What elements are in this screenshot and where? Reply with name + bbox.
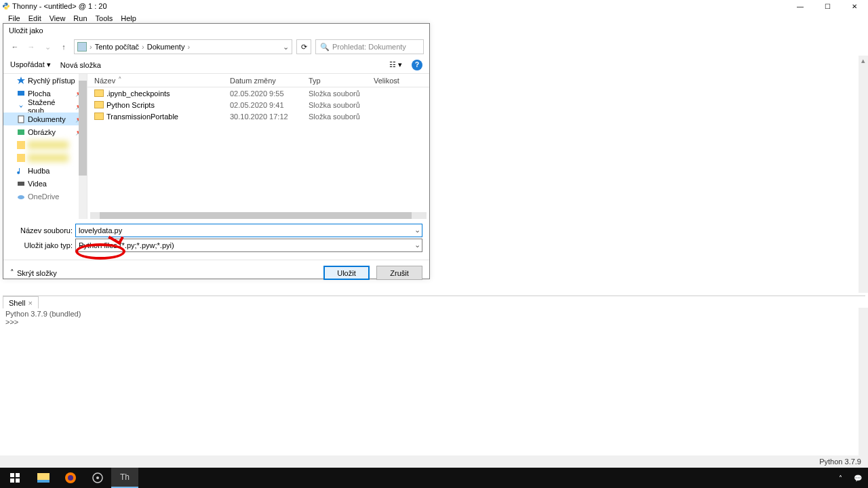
nav-documents[interactable]: Dokumenty 📌 <box>3 113 87 125</box>
shell-prompt: >>> <box>5 318 863 326</box>
svg-rect-8 <box>16 479 20 483</box>
forward-button[interactable]: → <box>25 41 37 53</box>
taskbar-thonny[interactable]: Th <box>111 468 138 488</box>
pc-icon <box>77 42 87 52</box>
firefox-icon <box>64 472 77 484</box>
folder-icon <box>94 89 104 97</box>
help-icon[interactable]: ? <box>412 60 422 70</box>
start-button[interactable] <box>0 468 30 488</box>
cloud-icon <box>17 192 25 201</box>
editor-scrollbar[interactable]: ▴ <box>859 56 868 293</box>
thonny-icon: Th <box>120 472 130 482</box>
dialog-fields: Název souboru: lovelydata.py ⌄ Uložit ja… <box>3 219 429 257</box>
svg-rect-1 <box>18 116 24 123</box>
nav-videos[interactable]: Videa <box>3 177 87 190</box>
menu-edit[interactable]: Edit <box>24 14 45 22</box>
nav-onedrive[interactable]: OneDrive <box>3 190 87 203</box>
view-mode-dropdown[interactable]: ☷ ▾ <box>389 60 402 69</box>
menu-view[interactable]: View <box>45 14 70 22</box>
taskbar: Th ˄ 💬 <box>0 468 868 488</box>
svg-point-4 <box>18 195 24 199</box>
download-icon <box>17 102 25 110</box>
folder-icon <box>17 154 25 162</box>
close-button[interactable]: ✕ <box>841 0 868 12</box>
up-button[interactable]: ↑ <box>58 41 70 53</box>
window-title: Thonny - <untitled> @ 1 : 20 <box>12 2 865 10</box>
col-name[interactable]: Název ˄ <box>87 76 230 85</box>
music-icon <box>17 167 25 175</box>
shell-output[interactable]: Python 3.7.9 (bundled) >>> <box>3 308 865 327</box>
svg-rect-3 <box>18 182 24 186</box>
dialog-nav: ← → ⌄ ↑ › Tento počítač › Dokumenty › ⌄ … <box>3 37 429 56</box>
svg-point-14 <box>96 476 99 479</box>
python-icon <box>3 3 9 9</box>
obs-icon <box>92 472 104 484</box>
search-input[interactable]: 🔍 Prohledat: Dokumenty <box>315 39 424 54</box>
menu-tools[interactable]: Tools <box>92 14 117 22</box>
shell-panel: Shell × Python 3.7.9 (bundled) >>> <box>3 296 865 465</box>
menu-file[interactable]: File <box>4 14 24 22</box>
nav-scrollbar[interactable] <box>79 74 87 219</box>
titlebar: Thonny - <untitled> @ 1 : 20 <box>0 0 868 12</box>
cancel-button[interactable]: Zrušit <box>376 266 422 280</box>
video-icon <box>17 180 25 188</box>
maximize-button[interactable]: ☐ <box>814 0 841 12</box>
save-button[interactable]: Uložit <box>323 266 370 280</box>
breadcrumb-dropdown-icon[interactable]: ⌄ <box>283 43 289 52</box>
taskbar-obs[interactable] <box>84 468 111 488</box>
refresh-button[interactable]: ⟳ <box>296 39 311 54</box>
systray-chevron-icon[interactable]: ˄ <box>834 472 846 484</box>
organize-dropdown[interactable]: Uspořádat ▾ <box>10 60 51 69</box>
taskbar-firefox[interactable] <box>57 468 84 488</box>
dialog-toolbar: Uspořádat ▾ Nová složka ☷ ▾ ? <box>3 56 429 74</box>
col-type[interactable]: Typ <box>309 77 374 85</box>
filename-input[interactable]: lovelydata.py ⌄ <box>75 224 422 237</box>
menu-help[interactable]: Help <box>117 14 140 22</box>
table-row[interactable]: Python Scripts 02.05.2020 9:41 Složka so… <box>87 99 429 110</box>
folder-icon <box>17 141 25 149</box>
file-hscroll[interactable] <box>90 212 427 219</box>
folder-icon <box>94 113 104 120</box>
svg-rect-0 <box>18 91 24 96</box>
table-row[interactable]: TransmissionPortable 30.10.2020 17:12 Sl… <box>87 110 429 122</box>
breadcrumb-root[interactable]: Tento počítač <box>95 43 139 51</box>
saveastype-row: Uložit jako typ: Python files (*.py;*.py… <box>10 238 422 252</box>
col-date[interactable]: Datum změny <box>230 77 309 85</box>
menu-run[interactable]: Run <box>69 14 91 22</box>
minimize-button[interactable]: — <box>787 0 814 12</box>
recent-dropdown[interactable]: ⌄ <box>41 41 54 53</box>
windows-icon <box>10 473 20 483</box>
systray-notification-icon[interactable]: 💬 <box>852 472 864 484</box>
filename-label: Název souboru: <box>10 226 75 235</box>
python-version: Python 3.7.9 <box>819 458 861 466</box>
hide-folders-toggle[interactable]: ˄ Skrýt složky <box>10 268 57 277</box>
chevron-down-icon[interactable]: ⌄ <box>414 226 420 235</box>
breadcrumb-folder[interactable]: Dokumenty <box>147 43 185 51</box>
breadcrumb[interactable]: › Tento počítač › Dokumenty › ⌄ <box>74 39 292 54</box>
nav-item-blurred[interactable] <box>3 138 87 151</box>
new-folder-button[interactable]: Nová složka <box>60 61 101 69</box>
nav-pictures[interactable]: Obrázky 📌 <box>3 125 87 138</box>
nav-item-blurred[interactable] <box>3 151 87 164</box>
saveastype-dropdown[interactable]: Python files (*.py;*.pyw;*.pyi) ⌄ <box>75 239 422 252</box>
search-placeholder: Prohledat: Dokumenty <box>332 43 406 51</box>
saveastype-label: Uložit jako typ: <box>10 241 75 249</box>
systray: ˄ 💬 <box>834 472 868 484</box>
dialog-footer: ˄ Skrýt složky Uložit Zrušit <box>3 260 429 285</box>
folder-icon <box>37 473 50 483</box>
taskbar-explorer[interactable] <box>30 468 57 488</box>
nav-quick-access[interactable]: Rychlý přístup <box>3 74 87 87</box>
shell-tab[interactable]: Shell × <box>3 296 39 308</box>
column-headers: Název ˄ Datum změny Typ Velikost <box>87 74 429 87</box>
desktop-icon <box>17 89 25 98</box>
chevron-down-icon[interactable]: ⌄ <box>414 241 420 249</box>
svg-rect-7 <box>10 479 14 483</box>
nav-music[interactable]: Hudba <box>3 164 87 177</box>
col-size[interactable]: Velikost <box>374 77 414 85</box>
statusbar: Python 3.7.9 <box>0 455 868 468</box>
back-button[interactable]: ← <box>9 41 21 53</box>
table-row[interactable]: .ipynb_checkpoints 02.05.2020 9:55 Složk… <box>87 87 429 99</box>
nav-downloads[interactable]: Stažené soub 📌 <box>3 100 87 113</box>
filename-row: Název souboru: lovelydata.py ⌄ <box>10 223 422 237</box>
dialog-title: Uložit jako <box>3 24 429 37</box>
